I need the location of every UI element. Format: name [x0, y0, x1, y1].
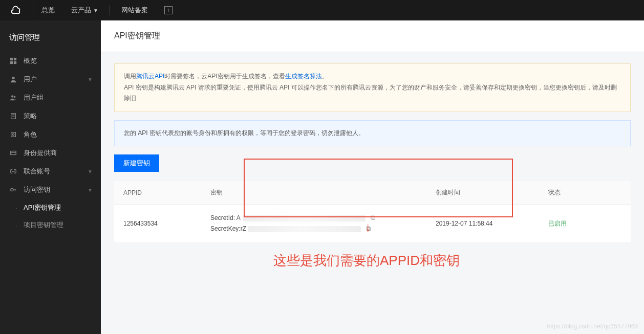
divider: [110, 5, 110, 15]
sidebar-item-accesskey[interactable]: 访问密钥 ▼: [0, 181, 101, 199]
grid-icon: [9, 57, 17, 65]
sidebar: 访问管理 概览 用户 ▼ 用户组 策略 角色 身份提供商 联合账号: [0, 20, 101, 334]
sidebar-item-policy[interactable]: 策略: [0, 107, 101, 125]
top-bar: 总览 云产品 ▼ 网站备案 +: [0, 0, 644, 20]
cell-created: 2019-12-07 11:58:44: [426, 205, 539, 243]
link-api[interactable]: 腾讯云API: [136, 73, 164, 80]
page-header: API密钥管理: [101, 20, 644, 52]
sidebar-label: 用户: [24, 75, 37, 84]
alert-warning: 调用腾讯云API时需要签名，云API密钥用于生成签名，查看生成签名算法。 API…: [114, 63, 631, 112]
cell-status: 已启用: [539, 205, 631, 243]
sidebar-sub-api-key[interactable]: API密钥管理: [0, 199, 101, 216]
svg-rect-2: [10, 61, 13, 64]
status-badge: 已启用: [548, 220, 567, 227]
cloud-icon: [11, 5, 22, 16]
th-appid: APPID: [114, 181, 201, 205]
sidebar-label: 策略: [24, 112, 37, 121]
nav-products[interactable]: 云产品 ▼: [63, 0, 106, 20]
nav-overview[interactable]: 总览: [33, 0, 63, 20]
document-icon: [9, 112, 17, 120]
sidebar-label: 角色: [24, 130, 37, 139]
chevron-down-icon: ▼: [88, 187, 93, 193]
th-created: 创建时间: [426, 181, 539, 205]
key-icon: [9, 186, 17, 194]
svg-point-14: [11, 188, 13, 191]
svg-rect-10: [11, 132, 16, 137]
chevron-down-icon: ▼: [93, 8, 98, 13]
new-key-button[interactable]: 新建密钥: [114, 154, 159, 172]
svg-point-5: [11, 95, 13, 97]
sidebar-sub-project-key[interactable]: 项目密钥管理: [0, 216, 101, 234]
role-icon: [9, 130, 17, 139]
secret-id-masked: [243, 215, 366, 221]
cell-appid: 1256433534: [114, 205, 201, 243]
user-icon: [9, 75, 17, 83]
provider-icon: [9, 149, 17, 157]
sidebar-label: 身份提供商: [24, 148, 57, 158]
sidebar-label: 概览: [24, 56, 37, 65]
alert-info: 您的 API 密钥代表您的账号身份和所拥有的权限，等同于您的登录密码，切勿泄露他…: [114, 120, 631, 147]
svg-point-6: [14, 96, 16, 98]
nav-add[interactable]: +: [156, 0, 181, 20]
svg-point-4: [12, 77, 14, 79]
link-signature[interactable]: 生成签名算法: [285, 73, 322, 80]
logo[interactable]: [0, 0, 33, 20]
copy-icon[interactable]: ⧉: [371, 213, 375, 224]
sidebar-label: 访问密钥: [24, 185, 50, 194]
svg-rect-0: [10, 58, 13, 60]
sidebar-label: 联合账号: [24, 167, 50, 176]
chevron-down-icon: ▼: [88, 77, 93, 82]
copy-icon[interactable]: ⧉: [366, 224, 371, 234]
sidebar-label: 用户组: [24, 93, 44, 102]
th-status: 状态: [539, 181, 631, 205]
svg-rect-1: [14, 58, 16, 60]
sidebar-item-role[interactable]: 角色: [0, 125, 101, 144]
key-table: APPID 密钥 创建时间 状态 1256433534 SecretId: A: [114, 181, 631, 243]
sidebar-item-usergroup[interactable]: 用户组: [0, 88, 101, 107]
chevron-down-icon: ▼: [88, 169, 93, 174]
page-title: API密钥管理: [114, 31, 631, 41]
secret-key-masked: [248, 226, 361, 232]
cell-secret: SecretId: A ⧉ SecretKey:rZ ⧉: [201, 205, 426, 243]
th-secret: 密钥: [201, 181, 426, 205]
link-icon: [9, 167, 17, 175]
svg-rect-3: [14, 61, 16, 64]
sidebar-item-federated[interactable]: 联合账号 ▼: [0, 162, 101, 181]
users-icon: [9, 94, 17, 102]
top-nav: 总览 云产品 ▼ 网站备案 +: [33, 0, 181, 20]
table-row: 1256433534 SecretId: A ⧉ SecretKey:rZ: [114, 205, 631, 243]
nav-products-label: 云产品: [71, 6, 91, 15]
sidebar-item-user[interactable]: 用户 ▼: [0, 70, 101, 88]
sidebar-title: 访问管理: [0, 27, 101, 52]
sidebar-item-idp[interactable]: 身份提供商: [0, 144, 101, 162]
svg-rect-12: [11, 151, 16, 155]
nav-beian[interactable]: 网站备案: [113, 0, 156, 20]
svg-point-11: [12, 133, 14, 136]
plus-icon: +: [164, 6, 173, 14]
content: API密钥管理 调用腾讯云API时需要签名，云API密钥用于生成签名，查看生成签…: [101, 20, 644, 334]
sidebar-item-overview[interactable]: 概览: [0, 52, 101, 70]
